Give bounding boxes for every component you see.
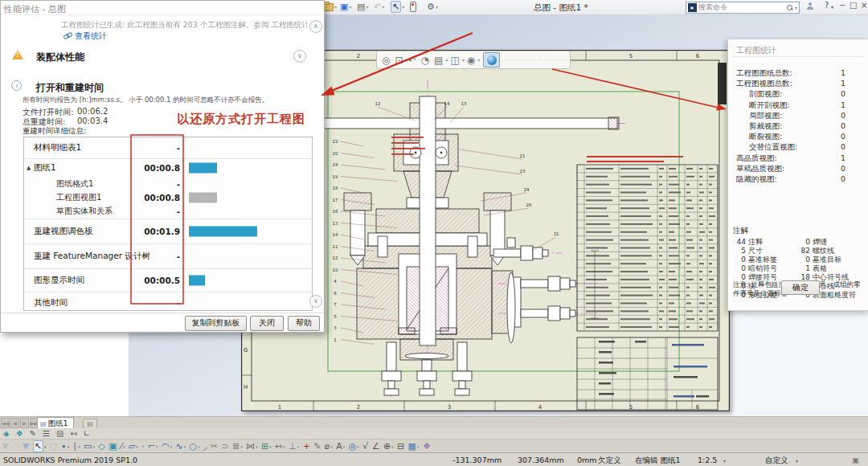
pencil-sketch-icon[interactable]: ✎ — [30, 429, 36, 438]
previous-view-icon[interactable]: ↶ — [406, 55, 419, 66]
offset-icon[interactable]: ≣▾ — [232, 441, 243, 452]
rebuild-time-row[interactable]: 其他时间- — [24, 292, 312, 311]
rebuild-time-row[interactable]: ▲图纸100:00.8 — [24, 159, 312, 177]
block-icon[interactable]: ❖ — [423, 441, 431, 452]
balloon-number[interactable]: 5 — [334, 314, 337, 319]
rebuild-time-row[interactable]: 草图实体和关系- — [24, 204, 312, 219]
rebuild-button[interactable] — [410, 1, 416, 13]
balloon-number[interactable]: 4 — [334, 279, 337, 284]
close-button[interactable]: 关闭 — [250, 316, 284, 331]
rebuild-time-row[interactable]: 图纸格式1- — [24, 177, 312, 190]
dropdown-caret-icon[interactable]: ▾ — [436, 4, 438, 10]
line-format-icon[interactable]: ☰ — [43, 429, 50, 438]
balloon-icon[interactable]: ◈ — [3, 429, 10, 438]
fillet-icon[interactable]: ◞ — [203, 441, 207, 452]
area-hatch-icon[interactable]: ▨ — [56, 429, 63, 438]
balloon-number[interactable]: 22 — [333, 139, 338, 144]
status-custom[interactable]: 自定义 — [765, 456, 788, 466]
rectangle-icon[interactable]: ▭▾ — [84, 441, 95, 452]
balloon-number[interactable]: 13 — [461, 101, 467, 106]
search-dropdown-icon[interactable]: ▾ — [795, 5, 797, 10]
balloon-number[interactable]: 18 — [333, 186, 338, 190]
sketch-point-icon[interactable]: ∙▾ — [61, 441, 69, 452]
point-icon[interactable]: · — [141, 441, 145, 452]
cube-icon[interactable]: ▣ — [108, 441, 117, 452]
smart-dimension-icon[interactable]: ⌀▾ — [325, 441, 333, 452]
balloon-number[interactable]: 21 — [520, 153, 526, 158]
undo-button[interactable]: ↶▾ — [374, 1, 384, 13]
display-relations-icon[interactable]: ⊥▾ — [289, 441, 299, 452]
prev-sheet-button[interactable]: ◀ — [10, 418, 19, 428]
convert-entities-icon[interactable]: ⊃ — [221, 441, 228, 452]
zoom-area-icon[interactable]: ⊡ — [392, 55, 405, 66]
valve-assembly-view[interactable] — [313, 96, 619, 395]
edit-appearance-icon[interactable] — [483, 52, 500, 67]
rebuild-time-row[interactable]: 图形显示时间00:00.5 — [24, 269, 312, 292]
filter-vertices-icon[interactable]: ◇ — [12, 441, 18, 452]
balloon-number[interactable]: 16 — [333, 209, 338, 214]
dropdown-caret-icon[interactable]: ▾ — [334, 4, 337, 10]
restore-button[interactable]: □ — [850, 1, 857, 10]
filter-edges-icon[interactable]: ▼ — [23, 441, 29, 452]
balloon-number[interactable]: 24 — [333, 162, 338, 167]
collapse-section-button[interactable]: ∨ — [293, 50, 306, 63]
section-view-icon[interactable]: ◔ — [419, 55, 432, 66]
balloon-number[interactable]: 12 — [333, 255, 338, 260]
corner-icon[interactable]: ⌐▾ — [148, 441, 158, 452]
auto-balloon-icon[interactable]: ❖ — [16, 429, 23, 438]
rapid-sketch-icon[interactable]: ✎ — [313, 441, 321, 452]
balloon-number[interactable]: 24 — [524, 187, 530, 192]
dropdown-caret-icon[interactable]: ▾ — [366, 4, 368, 10]
help-button[interactable]: 帮助 — [288, 316, 320, 331]
hide-show-items-icon[interactable]: ◉▾ — [465, 55, 481, 66]
balloon-number[interactable]: 3 — [334, 325, 337, 330]
search-input[interactable]: ▸ 搜索命令 ▾ — [686, 2, 800, 14]
copy-to-clipboard-button[interactable]: 复制到剪贴板 — [185, 316, 247, 331]
rebuild-time-row[interactable]: 重建视图调色板00:01.9 — [24, 219, 312, 244]
tab-sheet1[interactable]: ▤图纸1 — [37, 417, 74, 429]
login-icon[interactable] — [806, 2, 814, 12]
next-sheet-button[interactable]: ▶ — [20, 418, 29, 428]
custom-dropdown-icon[interactable]: ▾ — [796, 458, 798, 464]
first-sheet-button[interactable]: ◀◀ — [1, 418, 10, 428]
note-icon[interactable]: A▾ — [336, 441, 345, 452]
balloon-number[interactable]: 17 — [333, 198, 338, 202]
balloon-number[interactable]: 14 — [333, 232, 338, 237]
parallelogram-icon[interactable]: ▱▾ — [129, 441, 138, 452]
ellipse-icon[interactable]: ○▾ — [190, 441, 200, 452]
dropdown-caret-icon[interactable]: ▾ — [382, 4, 384, 10]
save-button[interactable]: ▣▾ — [340, 1, 351, 13]
move-entities-icon[interactable]: ↔▾ — [275, 441, 285, 452]
dropdown-caret-icon[interactable]: ▾ — [402, 4, 404, 10]
table-icon[interactable]: ▦▾ — [408, 441, 420, 452]
linear-pattern-icon[interactable]: ⊞▾ — [261, 441, 272, 452]
centerline-icon[interactable]: ⁄▾ — [121, 441, 125, 452]
print-button[interactable]: ▤▾ — [357, 1, 368, 13]
balloon-number[interactable]: 23 — [520, 169, 526, 174]
ok-button[interactable]: 确定 — [781, 280, 820, 295]
view-statistics-link[interactable]: 查看统计 — [75, 31, 107, 42]
mirror-icon[interactable]: ⋈▾ — [246, 441, 258, 452]
balloon-number[interactable]: 11 — [333, 244, 338, 249]
balloon-number[interactable]: 1 — [334, 337, 337, 342]
search-icon[interactable] — [787, 5, 793, 11]
balloon-number[interactable]: 7 — [334, 302, 337, 307]
scroll-up-button[interactable]: ∧ — [309, 20, 322, 33]
line-icon[interactable]: ∣▾ — [73, 441, 80, 452]
corner-line-icon[interactable]: ∟ — [84, 429, 90, 438]
select-tool-icon[interactable]: ↖▾ — [33, 440, 47, 452]
rebuild-time-row[interactable]: 材料明细表1- — [24, 137, 312, 159]
close-window-button[interactable]: × — [861, 1, 867, 10]
display-style-icon[interactable]: ◫▾ — [448, 55, 464, 66]
minimize-button[interactable]: − — [839, 1, 845, 10]
balloon-number[interactable]: 10 — [333, 268, 338, 272]
balloon-number[interactable]: 13 — [333, 221, 338, 226]
trim-icon[interactable]: ✂ — [211, 441, 218, 452]
headsup-view-toolbar[interactable]: ◎⊡↶◔▤▾◫▾◉▾ — [376, 51, 571, 69]
balloon-number[interactable]: 19 — [333, 174, 338, 179]
geometric-tolerance-icon[interactable]: ⊕▾ — [383, 441, 394, 452]
balloon-tool-icon[interactable]: ◎▾ — [349, 441, 359, 452]
selection-filter-icon[interactable]: ▼ — [2, 441, 8, 452]
help-button[interactable]: ? — [825, 1, 829, 10]
status-tag-icon[interactable]: ▣ — [852, 456, 859, 464]
